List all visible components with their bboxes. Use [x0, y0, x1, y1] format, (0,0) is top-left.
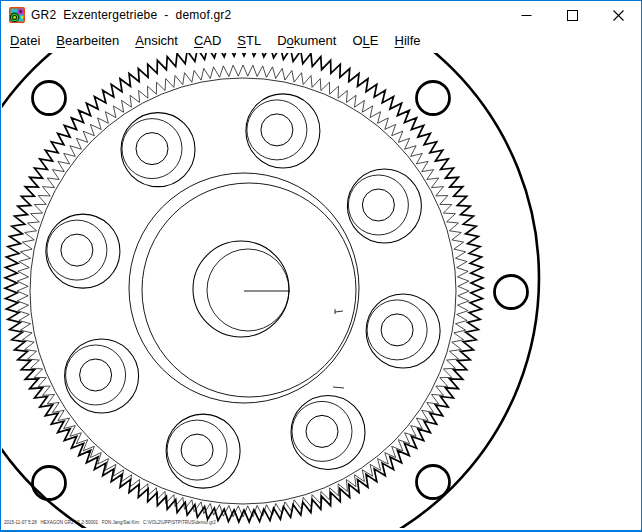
title-bar[interactable]: GR2 Exzentergetriebe - demof.gr2: [1, 1, 641, 29]
gear-blank-circle: [30, 78, 456, 504]
close-button[interactable]: [595, 1, 641, 29]
bolt-hole: [417, 466, 450, 499]
close-icon: [613, 10, 624, 21]
menu-item-cad[interactable]: CAD: [186, 30, 229, 52]
roller-hole: [347, 169, 421, 243]
disc-circle: [142, 183, 356, 397]
bolt-hole: [417, 82, 450, 115]
roller-pin-bore: [261, 114, 293, 146]
roller-pin: [167, 420, 227, 480]
menu-item-bearbeiten[interactable]: Bearbeiten: [48, 30, 127, 52]
menu-item-ansicht[interactable]: Ansicht: [127, 30, 186, 52]
menu-item-hilfe[interactable]: Hilfe: [386, 30, 428, 52]
window-title: GR2 Exzentergetriebe - demof.gr2: [31, 8, 231, 22]
roller-hole: [246, 94, 320, 168]
roller-hole: [46, 214, 120, 288]
roller-pin: [66, 345, 126, 405]
maximize-button[interactable]: [549, 1, 595, 29]
menu-item-datei[interactable]: Datei: [2, 30, 48, 52]
gear-drawing: [2, 53, 640, 528]
maximize-icon: [567, 10, 578, 21]
flange-outline: [2, 53, 539, 528]
roller-pin: [122, 119, 182, 179]
roller-hole: [366, 294, 440, 368]
window-controls: [503, 1, 641, 29]
roller-hole: [166, 414, 240, 488]
tick-mark: [333, 387, 344, 388]
roller-pin: [292, 401, 352, 461]
minimize-button[interactable]: [503, 1, 549, 29]
roller-pin-bore: [136, 133, 168, 165]
roller-pin: [348, 175, 408, 235]
tick-mark: [335, 311, 343, 312]
menu-item-ole[interactable]: OLE: [344, 30, 386, 52]
menu-item-stl[interactable]: STL: [229, 30, 269, 52]
planet-gear-teeth: [17, 65, 469, 517]
roller-pin-bore: [181, 434, 213, 466]
roller-pin-bore: [362, 189, 394, 221]
roller-pin-bore: [80, 359, 112, 391]
bolt-hole: [495, 276, 528, 309]
roller-hole: [291, 395, 365, 469]
menu-item-dokument[interactable]: Dokument: [269, 30, 344, 52]
app-window: GR2 Exzentergetriebe - demof.gr2 DateiBe: [0, 0, 642, 532]
bolt-hole: [33, 467, 66, 500]
menu-bar: DateiBearbeitenAnsichtCADSTLDokumentOLEH…: [1, 29, 641, 53]
roller-pin-bore: [306, 415, 338, 447]
roller-pin: [367, 300, 427, 360]
disc-circle: [129, 173, 359, 403]
roller-hole: [121, 113, 195, 187]
minimize-icon: [521, 10, 532, 21]
app-icon[interactable]: [9, 7, 25, 23]
roller-pin-bore: [381, 314, 413, 346]
drawing-canvas[interactable]: 2015-11-07 5:28 HEXAGON GR2 V1.2-50001 F…: [2, 53, 640, 528]
eccentric-cam: [207, 249, 289, 331]
roller-pin-bore: [61, 234, 93, 266]
roller-pin: [247, 100, 307, 160]
roller-pin: [47, 220, 107, 280]
roller-hole: [65, 339, 139, 413]
bolt-hole: [33, 82, 66, 115]
